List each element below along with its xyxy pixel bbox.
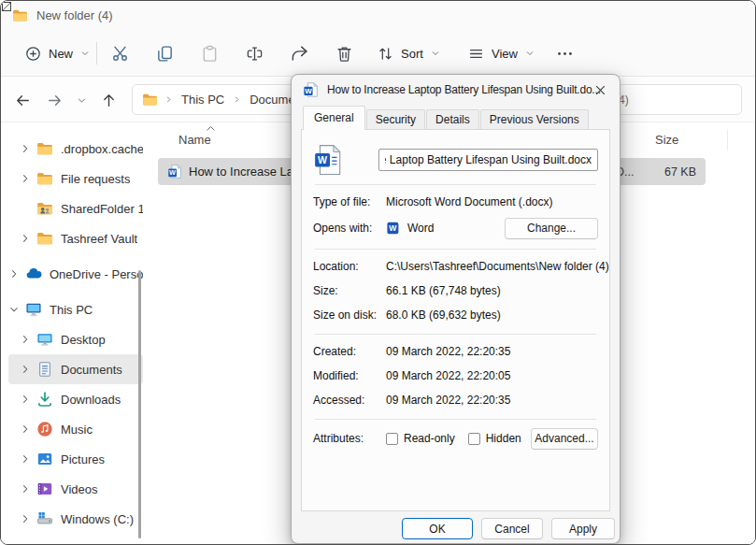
chevron-right-icon[interactable] [20, 423, 31, 435]
advanced-button[interactable]: Advanced... [531, 428, 598, 450]
field-label: Size on disk: [313, 308, 386, 322]
sidebar-item-label: OneDrive - Perso [50, 267, 143, 281]
folder-icon [36, 170, 53, 187]
dialog-title: How to Increase Laptop Battery Lifespan … [327, 83, 601, 96]
field-location: Location: C:\Users\Tashreef\Documents\Ne… [313, 254, 598, 279]
pictures-icon [36, 451, 53, 467]
chevron-right-icon[interactable] [20, 233, 31, 244]
chevron-right-icon[interactable] [20, 173, 31, 184]
dialog-tabs: General Security Details Previous Versio… [292, 105, 620, 130]
column-header-name[interactable]: Name [178, 133, 211, 147]
field-accessed: Accessed: 09 March 2022, 22:20:35 [313, 388, 598, 412]
field-label: Opens with: [313, 222, 386, 235]
up-button[interactable] [94, 85, 122, 115]
readonly-checkbox[interactable] [386, 433, 398, 445]
field-label: Type of file: [313, 195, 386, 208]
chevron-right-icon[interactable] [20, 453, 31, 465]
sidebar-item-file-requests[interactable]: File requests [8, 164, 143, 194]
tab-general[interactable]: General [303, 106, 365, 130]
word-document-icon [313, 142, 345, 178]
rename-button[interactable] [235, 37, 273, 69]
field-value: 09 March 2022, 22:20:35 [386, 345, 510, 358]
share-icon [291, 45, 308, 63]
readonly-label: Read-only [404, 432, 455, 445]
copy-button[interactable] [146, 37, 183, 69]
list-lines-icon [468, 46, 484, 62]
dialog-buttons: OK Cancel Apply [402, 518, 615, 539]
chevron-right-icon[interactable] [20, 143, 31, 154]
change-button[interactable]: Change... [505, 218, 598, 239]
share-button[interactable] [280, 37, 318, 69]
chevron-right-icon[interactable] [20, 364, 31, 375]
tab-security[interactable]: Security [366, 109, 425, 130]
tab-previous-versions[interactable]: Previous Versions [480, 109, 589, 130]
folder-icon [36, 230, 53, 247]
hidden-label: Hidden [486, 432, 521, 445]
sidebar-item-sharedfolder[interactable]: SharedFolder 1 [8, 194, 143, 223]
field-value: 09 March 2022, 22:20:35 [386, 394, 510, 407]
back-arrow-icon [15, 93, 31, 108]
sidebar-scrollbar[interactable] [138, 270, 141, 538]
sidebar-item-music[interactable]: Music [8, 414, 143, 444]
window-title: New folder (4) [36, 8, 113, 22]
field-value: C:\Users\Tashreef\Documents\New folder (… [386, 260, 609, 273]
sidebar-item-documents[interactable]: Documents [8, 354, 143, 384]
forward-button[interactable] [40, 85, 68, 115]
sidebar-item-label: Music [61, 423, 93, 437]
sidebar-item-label: Documents [61, 363, 122, 377]
apply-button[interactable]: Apply [551, 518, 615, 539]
chevron-right-icon[interactable] [8, 268, 20, 280]
sidebar-item-desktop[interactable]: Desktop [8, 324, 143, 354]
chevron-right-icon[interactable] [20, 513, 31, 524]
field-type-of-file: Type of file: Microsoft Word Document (.… [313, 190, 598, 214]
chevron-right-icon[interactable] [20, 334, 31, 345]
sidebar-item-downloads[interactable]: Downloads [8, 384, 143, 414]
sort-button[interactable]: Sort [370, 37, 448, 69]
filename-row [313, 130, 598, 178]
word-app-icon [386, 221, 401, 236]
sidebar-item-this-pc[interactable]: This PC [8, 294, 143, 324]
tab-details[interactable]: Details [426, 109, 479, 130]
toolbar-divider [96, 42, 97, 65]
shared-folder-icon [36, 200, 53, 217]
command-toolbar: New Sort View [1, 29, 755, 77]
sidebar-item-windows-c[interactable]: Windows (C:) [8, 504, 143, 534]
sidebar-item-label: Tashreef Vault [61, 232, 137, 246]
screenshot-artifact [2, 2, 11, 11]
column-header-size[interactable]: Size [655, 133, 678, 147]
sidebar-item-videos[interactable]: Videos [8, 474, 143, 504]
sidebar-item-label: Videos [61, 482, 98, 496]
cancel-button[interactable]: Cancel [481, 518, 543, 539]
hidden-checkbox[interactable] [468, 433, 480, 445]
chevron-right-icon[interactable] [20, 394, 31, 405]
more-options-button[interactable] [546, 37, 583, 69]
sidebar-item-label: File requests [61, 172, 130, 186]
delete-button[interactable] [325, 37, 363, 69]
chevron-right-icon[interactable] [20, 483, 31, 495]
field-label: Size: [313, 284, 386, 297]
close-icon[interactable] [593, 83, 607, 97]
sidebar-item-pictures[interactable]: Pictures [8, 444, 143, 474]
recent-locations-button[interactable] [70, 85, 93, 115]
back-button[interactable] [8, 85, 36, 115]
sidebar-item-tashreef-vault[interactable]: Tashreef Vault [8, 223, 143, 253]
sidebar-item-dropbox-cache[interactable]: .dropbox.cache [8, 134, 143, 164]
music-icon [36, 421, 53, 437]
field-label: Attributes: [313, 432, 386, 445]
word-file-icon [167, 164, 183, 179]
forward-arrow-icon [47, 93, 63, 108]
view-button[interactable]: View [461, 37, 542, 69]
ok-button[interactable]: OK [402, 518, 473, 539]
divider [315, 184, 596, 185]
column-divider[interactable] [727, 129, 728, 151]
field-label: Location: [313, 260, 386, 273]
filename-input[interactable] [378, 149, 598, 171]
chevron-down-icon[interactable] [8, 304, 20, 315]
field-attributes: Attributes: Read-only Hidden Advanced... [313, 424, 598, 452]
view-label: View [492, 47, 518, 61]
breadcrumb-segment-this-pc[interactable]: This PC [179, 90, 226, 109]
cut-button[interactable] [101, 37, 138, 69]
new-button[interactable]: New [16, 37, 99, 69]
sidebar-item-onedrive[interactable]: OneDrive - Perso [8, 259, 143, 289]
file-size: 67 KB [664, 165, 696, 179]
